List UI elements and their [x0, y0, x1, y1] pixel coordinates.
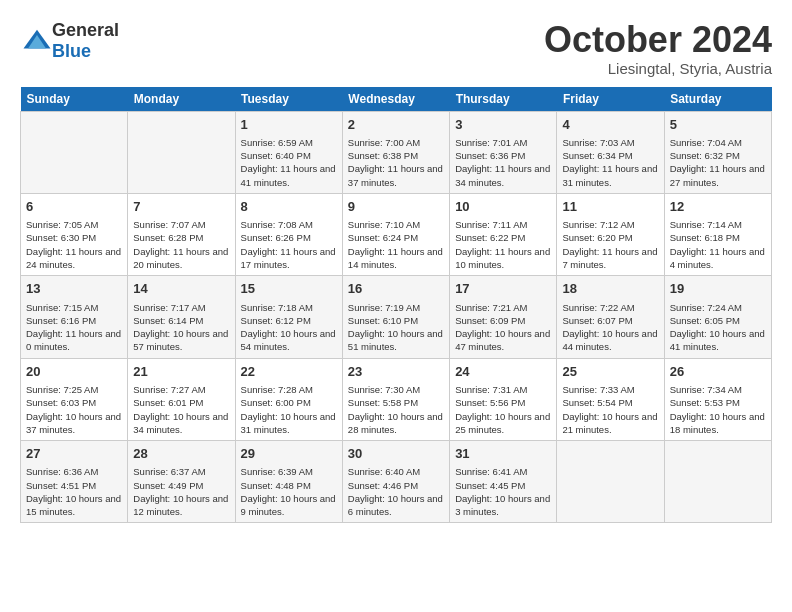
calendar-cell: 31Sunrise: 6:41 AM Sunset: 4:45 PM Dayli…	[450, 441, 557, 523]
day-info: Sunrise: 6:41 AM Sunset: 4:45 PM Dayligh…	[455, 465, 551, 518]
calendar-cell	[557, 441, 664, 523]
calendar-week-row: 1Sunrise: 6:59 AM Sunset: 6:40 PM Daylig…	[21, 111, 772, 193]
calendar-week-row: 20Sunrise: 7:25 AM Sunset: 6:03 PM Dayli…	[21, 358, 772, 440]
day-info: Sunrise: 7:24 AM Sunset: 6:05 PM Dayligh…	[670, 301, 766, 354]
day-number: 25	[562, 363, 658, 381]
day-number: 18	[562, 280, 658, 298]
day-number: 17	[455, 280, 551, 298]
calendar-cell: 10Sunrise: 7:11 AM Sunset: 6:22 PM Dayli…	[450, 193, 557, 275]
calendar-cell: 2Sunrise: 7:00 AM Sunset: 6:38 PM Daylig…	[342, 111, 449, 193]
day-info: Sunrise: 7:07 AM Sunset: 6:28 PM Dayligh…	[133, 218, 229, 271]
calendar-cell: 28Sunrise: 6:37 AM Sunset: 4:49 PM Dayli…	[128, 441, 235, 523]
calendar-cell: 20Sunrise: 7:25 AM Sunset: 6:03 PM Dayli…	[21, 358, 128, 440]
calendar-cell: 22Sunrise: 7:28 AM Sunset: 6:00 PM Dayli…	[235, 358, 342, 440]
logo-blue: Blue	[52, 41, 91, 61]
day-number: 1	[241, 116, 337, 134]
day-number: 27	[26, 445, 122, 463]
calendar-cell: 14Sunrise: 7:17 AM Sunset: 6:14 PM Dayli…	[128, 276, 235, 358]
day-number: 3	[455, 116, 551, 134]
calendar-cell: 21Sunrise: 7:27 AM Sunset: 6:01 PM Dayli…	[128, 358, 235, 440]
day-info: Sunrise: 6:36 AM Sunset: 4:51 PM Dayligh…	[26, 465, 122, 518]
day-info: Sunrise: 6:40 AM Sunset: 4:46 PM Dayligh…	[348, 465, 444, 518]
calendar-week-row: 13Sunrise: 7:15 AM Sunset: 6:16 PM Dayli…	[21, 276, 772, 358]
day-info: Sunrise: 7:05 AM Sunset: 6:30 PM Dayligh…	[26, 218, 122, 271]
day-number: 23	[348, 363, 444, 381]
page-header: General Blue October 2024 Liesingtal, St…	[20, 20, 772, 77]
day-info: Sunrise: 7:15 AM Sunset: 6:16 PM Dayligh…	[26, 301, 122, 354]
day-number: 15	[241, 280, 337, 298]
day-info: Sunrise: 6:59 AM Sunset: 6:40 PM Dayligh…	[241, 136, 337, 189]
weekday-header: Tuesday	[235, 87, 342, 112]
day-info: Sunrise: 7:08 AM Sunset: 6:26 PM Dayligh…	[241, 218, 337, 271]
day-number: 10	[455, 198, 551, 216]
day-number: 14	[133, 280, 229, 298]
day-info: Sunrise: 7:27 AM Sunset: 6:01 PM Dayligh…	[133, 383, 229, 436]
day-number: 30	[348, 445, 444, 463]
day-info: Sunrise: 7:17 AM Sunset: 6:14 PM Dayligh…	[133, 301, 229, 354]
day-number: 16	[348, 280, 444, 298]
calendar-week-row: 27Sunrise: 6:36 AM Sunset: 4:51 PM Dayli…	[21, 441, 772, 523]
weekday-header: Sunday	[21, 87, 128, 112]
calendar-cell: 5Sunrise: 7:04 AM Sunset: 6:32 PM Daylig…	[664, 111, 771, 193]
calendar-cell: 13Sunrise: 7:15 AM Sunset: 6:16 PM Dayli…	[21, 276, 128, 358]
calendar-subtitle: Liesingtal, Styria, Austria	[544, 60, 772, 77]
logo-icon	[22, 26, 52, 56]
day-number: 29	[241, 445, 337, 463]
calendar-cell: 25Sunrise: 7:33 AM Sunset: 5:54 PM Dayli…	[557, 358, 664, 440]
title-block: October 2024 Liesingtal, Styria, Austria	[544, 20, 772, 77]
day-info: Sunrise: 7:10 AM Sunset: 6:24 PM Dayligh…	[348, 218, 444, 271]
day-info: Sunrise: 7:00 AM Sunset: 6:38 PM Dayligh…	[348, 136, 444, 189]
calendar-week-row: 6Sunrise: 7:05 AM Sunset: 6:30 PM Daylig…	[21, 193, 772, 275]
day-number: 22	[241, 363, 337, 381]
calendar-cell	[128, 111, 235, 193]
day-info: Sunrise: 7:21 AM Sunset: 6:09 PM Dayligh…	[455, 301, 551, 354]
day-info: Sunrise: 7:33 AM Sunset: 5:54 PM Dayligh…	[562, 383, 658, 436]
day-number: 11	[562, 198, 658, 216]
day-info: Sunrise: 7:30 AM Sunset: 5:58 PM Dayligh…	[348, 383, 444, 436]
calendar-cell: 30Sunrise: 6:40 AM Sunset: 4:46 PM Dayli…	[342, 441, 449, 523]
day-number: 26	[670, 363, 766, 381]
day-number: 12	[670, 198, 766, 216]
day-number: 28	[133, 445, 229, 463]
calendar-cell: 4Sunrise: 7:03 AM Sunset: 6:34 PM Daylig…	[557, 111, 664, 193]
calendar-cell: 15Sunrise: 7:18 AM Sunset: 6:12 PM Dayli…	[235, 276, 342, 358]
day-info: Sunrise: 6:39 AM Sunset: 4:48 PM Dayligh…	[241, 465, 337, 518]
weekday-header: Monday	[128, 87, 235, 112]
day-number: 7	[133, 198, 229, 216]
day-info: Sunrise: 7:31 AM Sunset: 5:56 PM Dayligh…	[455, 383, 551, 436]
day-number: 6	[26, 198, 122, 216]
calendar-cell: 6Sunrise: 7:05 AM Sunset: 6:30 PM Daylig…	[21, 193, 128, 275]
calendar-cell: 24Sunrise: 7:31 AM Sunset: 5:56 PM Dayli…	[450, 358, 557, 440]
day-number: 2	[348, 116, 444, 134]
calendar-cell: 18Sunrise: 7:22 AM Sunset: 6:07 PM Dayli…	[557, 276, 664, 358]
calendar-cell: 11Sunrise: 7:12 AM Sunset: 6:20 PM Dayli…	[557, 193, 664, 275]
calendar-cell: 12Sunrise: 7:14 AM Sunset: 6:18 PM Dayli…	[664, 193, 771, 275]
day-number: 13	[26, 280, 122, 298]
day-number: 21	[133, 363, 229, 381]
calendar-cell: 19Sunrise: 7:24 AM Sunset: 6:05 PM Dayli…	[664, 276, 771, 358]
day-info: Sunrise: 7:25 AM Sunset: 6:03 PM Dayligh…	[26, 383, 122, 436]
day-number: 19	[670, 280, 766, 298]
day-info: Sunrise: 7:01 AM Sunset: 6:36 PM Dayligh…	[455, 136, 551, 189]
logo-general: General	[52, 20, 119, 40]
calendar-cell: 3Sunrise: 7:01 AM Sunset: 6:36 PM Daylig…	[450, 111, 557, 193]
day-info: Sunrise: 7:34 AM Sunset: 5:53 PM Dayligh…	[670, 383, 766, 436]
day-info: Sunrise: 7:19 AM Sunset: 6:10 PM Dayligh…	[348, 301, 444, 354]
day-info: Sunrise: 7:28 AM Sunset: 6:00 PM Dayligh…	[241, 383, 337, 436]
calendar-cell: 17Sunrise: 7:21 AM Sunset: 6:09 PM Dayli…	[450, 276, 557, 358]
weekday-header-row: SundayMondayTuesdayWednesdayThursdayFrid…	[21, 87, 772, 112]
calendar-cell: 7Sunrise: 7:07 AM Sunset: 6:28 PM Daylig…	[128, 193, 235, 275]
calendar-cell: 23Sunrise: 7:30 AM Sunset: 5:58 PM Dayli…	[342, 358, 449, 440]
day-info: Sunrise: 7:03 AM Sunset: 6:34 PM Dayligh…	[562, 136, 658, 189]
day-number: 5	[670, 116, 766, 134]
weekday-header: Thursday	[450, 87, 557, 112]
calendar-cell: 29Sunrise: 6:39 AM Sunset: 4:48 PM Dayli…	[235, 441, 342, 523]
calendar-cell: 8Sunrise: 7:08 AM Sunset: 6:26 PM Daylig…	[235, 193, 342, 275]
calendar-cell: 1Sunrise: 6:59 AM Sunset: 6:40 PM Daylig…	[235, 111, 342, 193]
day-info: Sunrise: 7:22 AM Sunset: 6:07 PM Dayligh…	[562, 301, 658, 354]
calendar-cell	[664, 441, 771, 523]
weekday-header: Wednesday	[342, 87, 449, 112]
calendar-cell: 27Sunrise: 6:36 AM Sunset: 4:51 PM Dayli…	[21, 441, 128, 523]
weekday-header: Saturday	[664, 87, 771, 112]
day-number: 4	[562, 116, 658, 134]
